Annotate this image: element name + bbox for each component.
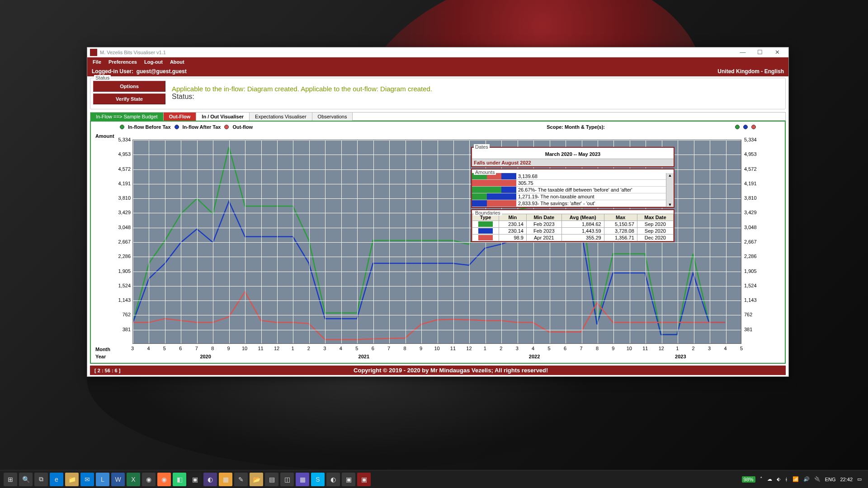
x-tick: 4 [147, 346, 150, 351]
dates-legend: Dates [474, 144, 490, 150]
x-tick: 5 [163, 346, 166, 351]
y-tick: 1,905 [114, 268, 131, 274]
amounts-scrollbar[interactable]: ▲▼ [666, 173, 674, 207]
search-icon[interactable]: 🔍 [19, 473, 33, 486]
volume-icon[interactable]: 🔊 [803, 476, 810, 482]
start-button[interactable]: ⊞ [4, 473, 17, 486]
taskbar[interactable]: ⊞ 🔍 ⧉ e 📁 ✉ L W X ◉ ◉ ◧ ▣ ◐ ▦ ✎ 📂 ▤ ◫ ▦ … [0, 470, 868, 488]
x-tick: 4 [532, 346, 534, 351]
dates-panel: Dates March 2020 -- May 2023 Falls under… [471, 147, 675, 167]
x-tick: 9 [612, 346, 614, 351]
tab-inflow[interactable]: In-Flow ==> Sample Budget [90, 113, 164, 121]
y-tick: 4,572 [114, 166, 131, 172]
th-max: Max [604, 214, 637, 221]
edge-icon[interactable]: e [50, 473, 63, 486]
tab-expectations[interactable]: Expectations Visualiser [250, 113, 312, 121]
tab-observations[interactable]: Observations [312, 113, 353, 121]
terminal-icon[interactable]: ▣ [188, 473, 202, 486]
current-app-icon[interactable]: ▣ [357, 473, 371, 486]
y-tick: 1,905 [744, 268, 760, 274]
close-button[interactable]: ✕ [769, 48, 786, 57]
legend-dot-out-icon [224, 125, 229, 129]
data-overlay[interactable]: Dates March 2020 -- May 2023 Falls under… [471, 147, 675, 244]
legend-dot-before-icon [120, 125, 124, 129]
wifi-icon[interactable]: 📶 [793, 476, 799, 482]
x-tick: 7 [195, 346, 198, 351]
notifications-icon[interactable]: ▭ [857, 476, 862, 482]
dropbox-icon[interactable]: ⬖ [777, 476, 780, 482]
y-tick: 1,524 [114, 283, 131, 288]
x-tick: 11 [450, 346, 456, 351]
legend-after: In-flow After Tax [183, 124, 221, 130]
eclipse-icon[interactable]: ◐ [203, 473, 217, 486]
window-title: M. Vezelis Bits Visualiser v1.1 [100, 50, 734, 55]
user-label: Logged-in User: [92, 68, 133, 75]
chart-body[interactable]: Amount Month Year Dates March 2020 -- Ma… [93, 131, 783, 361]
amount-value: 1,271.19- The non-taxable amount [516, 194, 666, 199]
th-avg: Avg (Mean) [561, 214, 604, 221]
menu-logout[interactable]: Log-out [141, 59, 166, 65]
th-min: Min [499, 214, 526, 221]
app-icon-3[interactable]: ▦ [219, 473, 232, 486]
tab-strip: In-Flow ==> Sample Budget Out-Flow In / … [90, 112, 786, 121]
tray-time[interactable]: 22:42 [840, 477, 853, 482]
options-button[interactable]: Options [93, 81, 165, 92]
th-maxdate: Max Date [637, 214, 673, 221]
x-tick: 1 [291, 346, 294, 351]
minimize-button[interactable]: — [734, 48, 751, 57]
year-tick: 2022 [529, 354, 540, 359]
menu-file[interactable]: File [89, 59, 105, 65]
app-icon-1[interactable]: L [96, 473, 109, 486]
dates-range: March 2020 -- May 2023 [472, 148, 674, 159]
app-icon-2[interactable]: ◧ [173, 473, 186, 486]
skype-icon[interactable]: S [311, 473, 325, 486]
menu-preferences[interactable]: Preferences [105, 59, 141, 65]
tab-inout-visualiser[interactable]: In / Out Visualiser [196, 113, 250, 121]
battery-icon[interactable]: 🔌 [814, 476, 821, 482]
verify-state-button[interactable]: Verify State [93, 94, 165, 104]
y-tick: 5,334 [744, 137, 760, 142]
x-tick: 6 [179, 346, 182, 351]
cloud-icon[interactable]: ☁ [767, 476, 772, 482]
x-tick: 1 [676, 346, 679, 351]
y-tick: 4,191 [114, 181, 131, 186]
x-tick: 11 [642, 346, 648, 351]
system-tray[interactable]: 98% ˄ ☁ ⬖ ᚼ 📶 🔊 🔌 ENG 22:42 ▭ [738, 476, 865, 483]
mail-icon[interactable]: ✉ [80, 473, 94, 486]
y-tick: 2,667 [114, 239, 131, 244]
bluetooth-icon[interactable]: ᚼ [785, 477, 788, 482]
app-icon-6[interactable]: ▤ [265, 473, 278, 486]
x-tick: 3 [323, 346, 326, 351]
x-tick: 12 [659, 346, 664, 351]
app-icon-4[interactable]: ✎ [234, 473, 248, 486]
app-icon-5[interactable]: 📂 [250, 473, 263, 486]
chrome-icon[interactable]: ◉ [142, 473, 156, 486]
locale-label: United Kingdom - English [717, 68, 784, 75]
x-tick: 12 [274, 346, 279, 351]
amounts-row: 26.67%- The taxable diff between 'before… [472, 187, 666, 193]
y-tick: 4,953 [114, 151, 131, 157]
app-icon-8[interactable]: ▦ [296, 473, 309, 486]
year-tick: 2020 [200, 354, 211, 359]
status-label: Status: [172, 93, 194, 100]
maximize-button[interactable]: ☐ [751, 48, 769, 57]
app-icon-7[interactable]: ◫ [280, 473, 294, 486]
excel-icon[interactable]: X [127, 473, 140, 486]
explorer-icon[interactable]: 📁 [65, 473, 79, 486]
task-view-icon[interactable]: ⧉ [34, 473, 48, 486]
legend-dot-after-icon [175, 125, 179, 129]
amounts-panel: Amounts 3,139.68305.7526.67%- The taxabl… [471, 169, 675, 208]
app-icon-10[interactable]: ▣ [342, 473, 355, 486]
x-tick: 5 [548, 346, 551, 351]
app-icon-9[interactable]: ◐ [326, 473, 340, 486]
firefox-icon[interactable]: ◉ [157, 473, 171, 486]
x-tick: 8 [596, 346, 599, 351]
amount-axis-label: Amount [95, 133, 114, 139]
word-icon[interactable]: W [111, 473, 125, 486]
x-tick: 2 [500, 346, 502, 351]
title-bar[interactable]: M. Vezelis Bits Visualiser v1.1 — ☐ ✕ [87, 47, 788, 57]
tab-outflow[interactable]: Out-Flow [164, 113, 197, 121]
tray-language[interactable]: ENG [825, 477, 836, 482]
tray-chevron-up-icon[interactable]: ˄ [760, 476, 763, 482]
menu-about[interactable]: About [166, 59, 188, 65]
